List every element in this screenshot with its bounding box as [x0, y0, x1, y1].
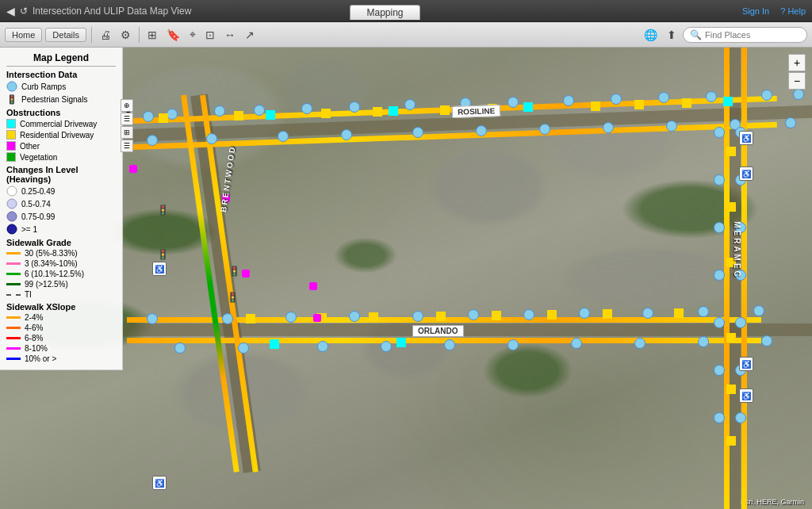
- legend-sg4: 99 (>12.5%): [6, 280, 116, 289]
- search-input[interactable]: [705, 30, 800, 40]
- curb-ramp: [611, 94, 622, 105]
- curb-ramp: [603, 122, 614, 133]
- curb-ramp: [714, 365, 725, 376]
- layers-icon[interactable]: ⊞: [144, 27, 160, 43]
- refresh-icon[interactable]: ↺: [20, 6, 28, 17]
- curb-ramp: [698, 336, 709, 347]
- globe-icon[interactable]: 🌐: [641, 27, 661, 43]
- curb-ramp: [634, 338, 645, 349]
- residential-driveway: [726, 147, 736, 156]
- curb-ramp: [523, 309, 534, 320]
- zoom-out-button[interactable]: −: [788, 72, 806, 90]
- legend-heaving-3: 0.75-0.99: [6, 211, 116, 222]
- extent-icon[interactable]: ⊡: [202, 27, 218, 43]
- commercial-legend-icon: [6, 119, 16, 128]
- curb-ramp: [658, 92, 669, 103]
- help-link[interactable]: ? Help: [780, 6, 806, 16]
- legend-intersection-data: Intersection Data: [6, 70, 116, 79]
- accessibility-icon: ♿: [739, 131, 753, 145]
- legend-curb-ramps: Curb Ramps: [6, 81, 116, 92]
- residential-driveway: [674, 308, 684, 318]
- other-obstruction: [313, 314, 321, 322]
- legend-changes: Changes In Level (Heavings): [6, 165, 116, 184]
- curb-ramp: [579, 308, 590, 319]
- legend-obstructions: Obstructions: [6, 108, 116, 117]
- legend-xs1-label: 2-4%: [25, 313, 43, 322]
- toolbar-separator: [91, 27, 92, 43]
- commercial-driveway: [723, 97, 733, 106]
- top-bar: ◀ ↺ Intersection And ULIP Data Map View …: [0, 0, 812, 22]
- share-icon[interactable]: ⬆: [664, 27, 680, 43]
- residential-driveway: [547, 310, 557, 320]
- legend-heaving-2: 0.5-0.74: [6, 198, 116, 209]
- residential-driveway: [726, 436, 736, 446]
- legend-sidewalk-xslope: Sidewalk XSlope: [6, 302, 116, 312]
- street-label-orlando: ORLANDO: [412, 325, 464, 337]
- legend-sg5: TI: [6, 290, 116, 299]
- curb-ramp: [714, 412, 725, 423]
- legend-xs4: 8-10%: [6, 344, 116, 353]
- curb-ramp: [735, 412, 746, 423]
- accessibility-icon: ♿: [739, 166, 753, 181]
- back-icon[interactable]: ◀: [6, 5, 15, 17]
- residential-driveway: [726, 333, 736, 343]
- curb-ramp: [147, 135, 158, 146]
- heaving-3-icon: [6, 211, 17, 222]
- tab-mapping[interactable]: Mapping: [350, 5, 419, 20]
- curb-ramp: [238, 343, 249, 354]
- toolbar: Home Details 🖨 ⚙ ⊞ 🔖 ⌖ ⊡ ↔ ↗ 🌐 ⬆ 🔍: [0, 22, 812, 48]
- arrow-icon[interactable]: ↔: [221, 27, 239, 43]
- pedestrian-signal-legend-icon: 🚦: [6, 94, 17, 105]
- curb-ramp: [714, 317, 725, 328]
- traffic-signal-icon: 🚦: [157, 249, 170, 262]
- legend-xs3: 6-8%: [6, 334, 116, 343]
- tool-icon-2[interactable]: ☰: [121, 113, 133, 125]
- measure-icon[interactable]: ⌖: [186, 26, 199, 43]
- sg4-icon: [6, 283, 21, 285]
- tool-icon-1[interactable]: ⊕: [121, 99, 133, 112]
- zoom-in-button[interactable]: +: [788, 54, 806, 71]
- legend-sg1-label: 30 (5%-8.33%): [25, 249, 78, 258]
- curb-ramp: [508, 97, 519, 108]
- curb-ramp: [278, 131, 289, 142]
- legend-sg1: 30 (5%-8.33%): [6, 249, 116, 258]
- curb-ramp: [147, 313, 158, 324]
- details-button[interactable]: Details: [45, 28, 86, 42]
- tool-icon-3[interactable]: ⊞: [121, 126, 133, 139]
- traffic-signal-icon: 🚦: [227, 292, 239, 304]
- print-icon[interactable]: 🖨: [97, 27, 114, 43]
- legend-heaving-1: 0.25-0.49: [6, 186, 116, 197]
- curb-ramp: [714, 222, 725, 233]
- residential-driveway: [726, 202, 736, 212]
- legend-title: Map Legend: [6, 52, 116, 67]
- curb-ramp: [761, 90, 772, 101]
- legend-residential-label: Residential Driveway: [20, 131, 94, 140]
- residential-driveway: [321, 109, 331, 118]
- traffic-signal-icon: 🚦: [157, 205, 170, 217]
- legend-heaving-4: >= 1: [6, 224, 116, 235]
- main-map-area[interactable]: ♿ ♿ ♿ ♿ ♿ ♿ 🚦 🚦 🚦 🚦 ROSILINE ORLANDO BRE…: [0, 48, 812, 509]
- legend-other: Other: [6, 141, 116, 151]
- commercial-driveway: [389, 106, 398, 116]
- curb-ramp: [167, 109, 178, 120]
- home-button[interactable]: Home: [5, 28, 42, 42]
- curb-ramp: [539, 124, 550, 135]
- curb-ramp: [714, 270, 725, 281]
- curb-ramp: [412, 127, 423, 138]
- legend-h3-label: 0.75-0.99: [21, 212, 55, 221]
- settings-icon[interactable]: ⚙: [117, 27, 134, 43]
- legend-xs3-label: 6-8%: [25, 334, 43, 343]
- residential-driveway: [369, 312, 378, 322]
- street-label-meramec: MERAMEC: [733, 221, 741, 279]
- svg-point-4: [7, 224, 17, 234]
- search-icon: 🔍: [690, 29, 702, 40]
- accessibility-icon: ♿: [152, 262, 167, 276]
- sg2-icon: [6, 262, 21, 265]
- curb-ramp: [476, 125, 487, 136]
- tool-icon-4[interactable]: ☰: [121, 140, 133, 152]
- curb-ramp: [214, 105, 225, 117]
- export-icon[interactable]: ↗: [242, 27, 258, 43]
- search-box[interactable]: 🔍: [683, 27, 807, 43]
- signin-link[interactable]: Sign In: [742, 6, 769, 16]
- bookmark-icon[interactable]: 🔖: [163, 27, 183, 43]
